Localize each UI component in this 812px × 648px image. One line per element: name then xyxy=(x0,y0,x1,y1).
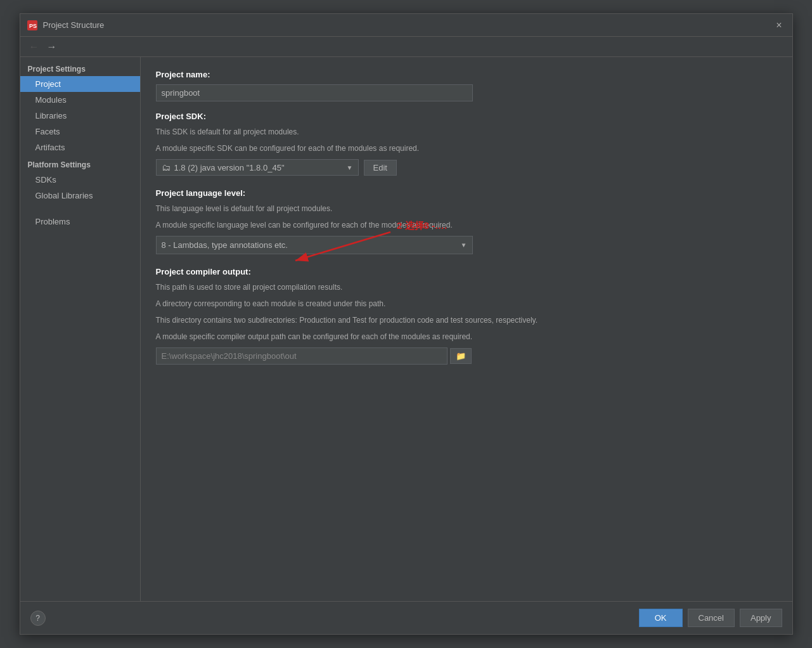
language-level-dropdown-arrow-icon: ▼ xyxy=(461,242,467,249)
compiler-output-row: 📁 xyxy=(156,347,777,365)
nav-row: ← → xyxy=(20,37,792,57)
sidebar-item-libraries[interactable]: Libraries xyxy=(20,108,140,124)
sdk-dropdown-text: 1.8 (2) java version "1.8.0_45" xyxy=(174,163,347,172)
sidebar-item-sdks[interactable]: SDKs xyxy=(20,172,140,188)
project-compiler-output-label: Project compiler output: xyxy=(156,267,777,276)
app-icon: PS xyxy=(27,20,38,31)
project-sdk-label: Project SDK: xyxy=(156,112,777,121)
project-language-level-section: Project language level: This language le… xyxy=(156,188,777,254)
forward-button[interactable]: → xyxy=(43,40,61,54)
svg-text:PS: PS xyxy=(29,23,37,29)
sidebar-item-global-libraries[interactable]: Global Libraries xyxy=(20,188,140,204)
main-area: Project Settings Project Modules Librari… xyxy=(20,57,792,601)
edit-sdk-button[interactable]: Edit xyxy=(364,160,397,176)
cancel-button[interactable]: Cancel xyxy=(688,609,735,627)
sdk-folder-icon: 🗂 xyxy=(162,162,171,172)
compiler-output-desc1: This path is used to store all project c… xyxy=(156,282,777,293)
project-sdk-desc1: This SDK is default for all project modu… xyxy=(156,126,777,138)
sdk-dropdown-arrow-icon: ▼ xyxy=(347,164,353,171)
sdk-row: 🗂 1.8 (2) java version "1.8.0_45" ▼ Edit xyxy=(156,159,777,176)
sidebar-item-artifacts[interactable]: Artifacts xyxy=(20,139,140,155)
project-language-level-desc1: This language level is default for all p… xyxy=(156,203,777,214)
project-language-level-label: Project language level: xyxy=(156,188,777,198)
project-sdk-desc2: A module specific SDK can be configured … xyxy=(156,143,777,154)
sidebar-item-facets[interactable]: Facets xyxy=(20,124,140,139)
apply-button[interactable]: Apply xyxy=(740,609,782,627)
dialog-title: Project Structure xyxy=(43,20,773,30)
folder-browse-button[interactable]: 📁 xyxy=(450,348,472,364)
project-sdk-section: Project SDK: This SDK is default for all… xyxy=(156,112,777,176)
compiler-output-desc3: This directory contains two subdirectori… xyxy=(156,314,777,326)
language-level-dropdown-text: 8 - Lambdas, type annotations etc. xyxy=(162,240,461,250)
project-structure-dialog: PS Project Structure × ← → Project Setti… xyxy=(20,13,793,635)
compiler-output-desc4: A module specific compiler output path c… xyxy=(156,331,777,342)
content-area: Project name: Project SDK: This SDK is d… xyxy=(141,57,792,601)
lang-dropdown-wrapper: 8 - Lambdas, type annotations etc. ▼ xyxy=(156,236,777,254)
bottom-actions: OK Cancel Apply xyxy=(639,609,782,627)
sidebar-item-project[interactable]: Project xyxy=(20,76,140,92)
bottom-bar: ? OK Cancel Apply xyxy=(20,601,792,634)
project-name-label: Project name: xyxy=(156,70,777,79)
project-settings-label: Project Settings xyxy=(20,60,140,76)
sidebar: Project Settings Project Modules Librari… xyxy=(20,57,141,601)
project-name-section: Project name: xyxy=(156,70,777,101)
title-bar: PS Project Structure × xyxy=(20,14,792,37)
compiler-output-desc2: A directory corresponding to each module… xyxy=(156,298,777,309)
language-level-dropdown[interactable]: 8 - Lambdas, type annotations etc. ▼ xyxy=(156,236,473,254)
ok-button[interactable]: OK xyxy=(639,609,683,627)
help-button[interactable]: ? xyxy=(30,611,46,626)
project-name-input[interactable] xyxy=(156,84,473,101)
back-button[interactable]: ← xyxy=(25,40,43,54)
folder-icon: 📁 xyxy=(456,351,466,361)
compiler-output-input[interactable] xyxy=(156,347,448,365)
project-compiler-output-section: Project compiler output: This path is us… xyxy=(156,267,777,365)
sidebar-item-modules[interactable]: Modules xyxy=(20,92,140,108)
close-button[interactable]: × xyxy=(772,18,785,32)
sidebar-item-problems[interactable]: Problems xyxy=(20,214,140,230)
sdk-dropdown[interactable]: 🗂 1.8 (2) java version "1.8.0_45" ▼ xyxy=(156,159,359,176)
project-language-level-desc2: A module specific language level can be … xyxy=(156,219,777,231)
platform-settings-label: Platform Settings xyxy=(20,155,140,172)
